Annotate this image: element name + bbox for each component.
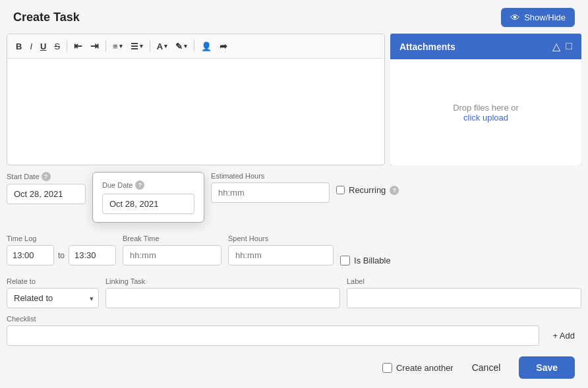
drop-text: Drop files here or [453, 103, 519, 113]
is-billable-field: Is Billable [340, 244, 391, 265]
checklist-label: Checklist [7, 315, 539, 323]
underline-button[interactable]: U [37, 40, 49, 53]
expand-button[interactable]: ➦ [216, 39, 231, 53]
relate-to-field: Relate to Related to Project Task Milest… [7, 277, 99, 308]
add-checklist-button[interactable]: + Add [546, 326, 581, 345]
spent-hours-label: Spent Hours [228, 235, 334, 242]
due-date-help-icon[interactable]: ? [135, 180, 144, 190]
attachments-section: Attachments △ □ Drop files here or click… [390, 34, 581, 165]
linking-task-input[interactable] [105, 288, 340, 308]
is-billable-label[interactable]: Is Billable [354, 256, 391, 265]
chevron-down-icon-3: ▾ [164, 43, 167, 49]
time-log-inputs: to [7, 245, 116, 265]
is-billable-checkbox[interactable] [340, 256, 350, 265]
indent-left-button[interactable]: ⇤ [71, 38, 86, 54]
font-color-icon: A [157, 42, 163, 51]
checklist-field: Checklist [7, 315, 539, 346]
relate-to-label: Relate to [7, 277, 99, 285]
ordered-list-button[interactable]: ≡ ▾ [109, 40, 126, 53]
time-log-end-input[interactable] [69, 245, 116, 265]
indent-right-button[interactable]: ⇥ [87, 38, 102, 54]
due-date-label: Due Date ? [102, 180, 194, 190]
recurring-section: Recurring ? [336, 172, 399, 196]
strikethrough-button[interactable]: S [51, 40, 63, 53]
save-button[interactable]: Save [519, 356, 575, 379]
font-color-button[interactable]: A ▾ [154, 40, 171, 53]
due-date-input[interactable] [102, 194, 194, 214]
toolbar-separator-4 [194, 40, 194, 52]
recurring-help-icon[interactable]: ? [390, 186, 399, 195]
due-date-popup: Due Date ? [92, 172, 204, 223]
estimated-hours-label: Estimated Hours [211, 172, 330, 180]
list-icon: ≡ [113, 42, 118, 51]
create-another-label[interactable]: Create another [396, 363, 454, 373]
estimated-hours-field: Estimated Hours [211, 172, 330, 203]
bold-button[interactable]: B [13, 40, 25, 53]
cancel-button[interactable]: Cancel [461, 357, 512, 378]
chevron-down-icon: ▾ [119, 43, 123, 49]
drive-icon[interactable]: △ [552, 40, 560, 53]
create-another-checkbox[interactable] [382, 363, 392, 373]
show-hide-label: Show/Hide [524, 13, 566, 22]
chevron-down-icon-2: ▾ [140, 43, 143, 49]
click-upload-link[interactable]: click upload [463, 113, 508, 123]
linking-task-label: Linking Task [105, 277, 340, 285]
relate-to-select-wrapper: Related to Project Task Milestone ▾ [7, 288, 99, 308]
modal-footer: Create another Cancel Save [0, 350, 588, 388]
break-time-label: Break Time [123, 235, 221, 242]
highlight-icon: ✎ [175, 42, 183, 51]
mention-button[interactable]: 👤 [198, 40, 215, 53]
start-date-field: Start Date ? [7, 172, 86, 204]
time-log-to-label: to [58, 251, 65, 260]
recurring-checkbox[interactable] [336, 186, 345, 194]
checklist-row: Checklist + Add [0, 308, 588, 350]
create-another-wrapper: Create another [382, 363, 454, 373]
attachments-icons: △ □ [552, 40, 572, 53]
relate-to-select[interactable]: Related to Project Task Milestone [7, 288, 99, 308]
unordered-list-button[interactable]: ☰ ▾ [127, 40, 146, 53]
time-log-field: Time Log to [7, 235, 116, 265]
italic-button[interactable]: I [26, 40, 36, 53]
dropbox-icon[interactable]: □ [566, 40, 572, 53]
spent-hours-input[interactable] [228, 245, 334, 265]
break-time-input[interactable] [123, 245, 221, 265]
estimated-hours-input[interactable] [211, 182, 330, 203]
label-field: Label [347, 277, 581, 308]
time-log-label: Time Log [7, 235, 116, 242]
start-date-label: Start Date ? [7, 172, 86, 181]
bullet-icon: ☰ [131, 42, 138, 51]
attachments-dropzone[interactable]: Drop files here or click upload [390, 59, 581, 165]
start-date-help-icon[interactable]: ? [42, 172, 51, 181]
show-hide-button[interactable]: 👁 Show/Hide [501, 8, 575, 27]
highlight-button[interactable]: ✎ ▾ [172, 40, 191, 53]
editor-toolbar: B I U S ⇤ ⇥ ≡ ▾ ☰ ▾ A ▾ [7, 34, 384, 59]
time-log-start-input[interactable] [7, 245, 54, 265]
recurring-label[interactable]: Recurring [349, 185, 386, 195]
editor-content[interactable] [7, 59, 384, 165]
toolbar-separator-3 [150, 40, 150, 52]
spent-hours-field: Spent Hours [228, 235, 334, 265]
label-field-label: Label [347, 277, 581, 285]
attachments-header: Attachments △ □ [390, 34, 581, 59]
linking-task-field: Linking Task [105, 277, 340, 308]
checklist-input[interactable] [7, 325, 539, 346]
toolbar-separator-2 [105, 40, 106, 52]
eye-icon: 👁 [510, 12, 520, 23]
start-date-input[interactable] [7, 184, 86, 204]
break-time-field: Break Time [123, 235, 221, 265]
page-title: Create Task [13, 11, 80, 24]
attachments-title: Attachments [399, 42, 456, 52]
label-input[interactable] [347, 288, 581, 308]
chevron-down-icon-4: ▾ [184, 43, 187, 49]
toolbar-separator [67, 40, 67, 52]
